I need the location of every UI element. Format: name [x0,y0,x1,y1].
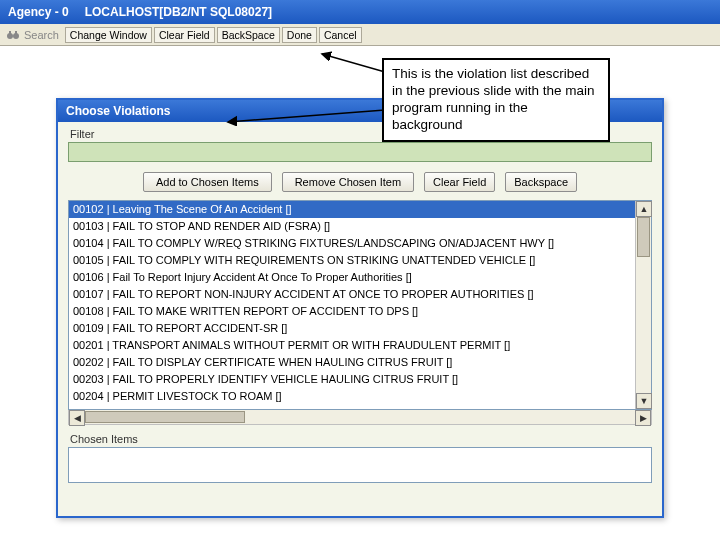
svg-line-5 [228,110,385,122]
annotation-text: This is the violation list described in … [392,66,595,132]
svg-line-4 [322,54,385,72]
annotation-callout: This is the violation list described in … [382,58,610,142]
